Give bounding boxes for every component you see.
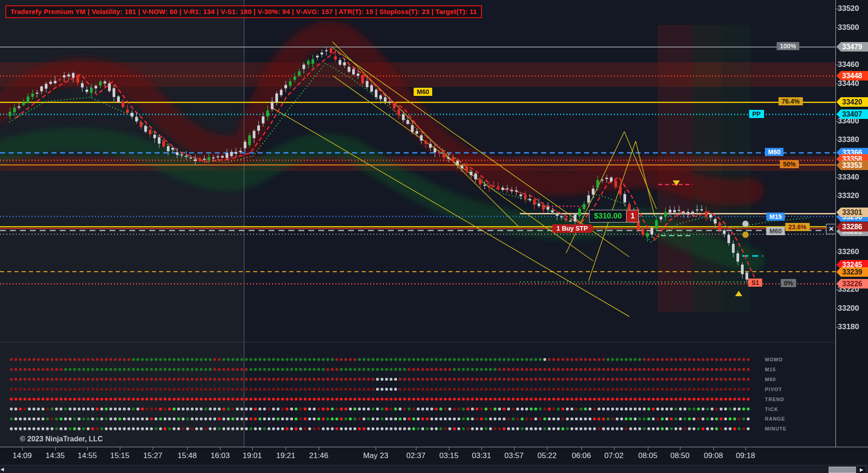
buy-stop-order-tag[interactable]: 1 Buy STP bbox=[552, 224, 595, 233]
time-axis-label: 16:03 bbox=[211, 451, 230, 460]
time-axis-label: 19:01 bbox=[243, 451, 262, 460]
time-axis-tick bbox=[22, 447, 23, 450]
time-axis-tick bbox=[252, 447, 253, 450]
time-axis-label: 06:06 bbox=[572, 451, 591, 460]
indicator-row-label: MOMO bbox=[765, 357, 783, 362]
time-axis-tick bbox=[416, 447, 416, 450]
time-axis-tick bbox=[614, 447, 614, 450]
time-axis-label: 09:18 bbox=[736, 451, 755, 460]
time-axis-label: 15:48 bbox=[178, 451, 197, 460]
indicator-row-label: RANGE bbox=[765, 416, 785, 421]
order-pnl-value: $310.00 bbox=[590, 210, 626, 222]
order-qty-value: 1 bbox=[626, 210, 638, 222]
time-axis-label: May 23 bbox=[363, 451, 388, 460]
price-axis-tick: 33500 bbox=[838, 23, 868, 32]
time-axis-tick bbox=[680, 447, 680, 450]
time-axis-label: 19:21 bbox=[276, 451, 296, 460]
price-axis-tick: 33520 bbox=[838, 4, 868, 13]
time-axis-tick bbox=[87, 447, 88, 450]
indicator-row-label: TICK bbox=[765, 407, 778, 412]
price-axis-tick: 33180 bbox=[838, 322, 868, 331]
time-axis-label: 02:37 bbox=[406, 451, 426, 460]
time-axis-label: 14:35 bbox=[46, 451, 65, 460]
price-axis-tick: 33460 bbox=[838, 60, 868, 69]
price-level-badge: 33420 bbox=[836, 97, 868, 107]
price-axis-tick: 33260 bbox=[838, 247, 868, 256]
time-axis-tick bbox=[547, 447, 547, 450]
order-pnl-box[interactable]: $310.001 bbox=[589, 210, 639, 222]
fib-50-chip: 50% bbox=[780, 160, 799, 168]
fib-76-chip: 76.4% bbox=[778, 97, 803, 105]
time-axis-tick bbox=[376, 447, 376, 450]
indicator-row-label: M15 bbox=[765, 367, 776, 372]
price-chart-canvas[interactable]: MOMOM15M60PIVOTTRENDTICKRANGEMINUTE bbox=[0, 0, 835, 447]
m60-trend-chip: M60 bbox=[414, 88, 432, 96]
time-axis-label: 03:15 bbox=[439, 451, 459, 460]
time-axis-tick bbox=[481, 447, 482, 450]
time-axis-label: 21:46 bbox=[309, 451, 329, 460]
price-level-badge: 33301 bbox=[836, 208, 868, 217]
price-level-badge: 33407 bbox=[836, 109, 868, 119]
indicator-row-label: TREND bbox=[765, 397, 784, 402]
time-axis-tick bbox=[187, 447, 188, 450]
time-axis-tick bbox=[648, 447, 648, 450]
price-level-badge: 33353 bbox=[836, 161, 868, 170]
time-axis-tick bbox=[581, 447, 582, 450]
price-level-badge: 33226 bbox=[836, 279, 868, 289]
time-axis-tick bbox=[319, 447, 319, 450]
price-axis-tick: 33380 bbox=[838, 135, 868, 144]
time-axis-label: 03:57 bbox=[505, 451, 524, 460]
time-axis-label: 03:31 bbox=[472, 451, 491, 460]
time-axis-tick bbox=[153, 447, 153, 450]
time-axis-tick bbox=[713, 447, 714, 450]
price-level-badge: 33286 bbox=[836, 222, 868, 232]
price-level-badge: 33479 bbox=[836, 42, 868, 52]
time-axis-tick bbox=[120, 447, 120, 450]
time-axis-label: 08:05 bbox=[638, 451, 658, 460]
close-order-icon[interactable]: ✕ bbox=[826, 224, 836, 234]
scroll-left-icon[interactable]: ◀ bbox=[0, 467, 4, 472]
time-zone-band bbox=[693, 25, 722, 312]
copyright-label: © 2023 NinjaTrader, LLC bbox=[20, 435, 103, 443]
time-axis-label: 14:09 bbox=[13, 451, 32, 460]
time-axis[interactable]: 14:0914:3514:5515:1515:2715:4816:0319:01… bbox=[0, 447, 868, 465]
time-axis-tick bbox=[514, 447, 514, 450]
indicator-row-label: MINUTE bbox=[765, 426, 787, 431]
fib-23-chip: 23.6% bbox=[785, 223, 810, 231]
ninjatrader-chart-window: MOMOM15M60PIVOTTRENDTICKRANGEMINUTE Trad… bbox=[0, 0, 868, 473]
time-axis-tick bbox=[286, 447, 286, 450]
price-level-badge: 33448 bbox=[836, 71, 868, 80]
price-axis-tick: 33340 bbox=[838, 173, 868, 182]
pp-chip: PP bbox=[749, 110, 764, 118]
scroll-right-icon[interactable]: ▶ bbox=[857, 466, 866, 473]
price-level-badge: 33239 bbox=[836, 267, 868, 277]
scrollbar-thumb[interactable] bbox=[829, 467, 856, 473]
m15-chip: M15 bbox=[766, 213, 785, 221]
m60-pivot-chip: M60 bbox=[765, 148, 783, 156]
time-axis-label: 09:08 bbox=[704, 451, 723, 460]
horizontal-scrollbar[interactable]: ◀ ▶ bbox=[0, 465, 868, 473]
time-axis-tick bbox=[55, 447, 56, 450]
time-axis-label: 07:02 bbox=[604, 451, 624, 460]
fib-0-chip: 0% bbox=[781, 279, 796, 287]
price-axis-tick: 33440 bbox=[838, 79, 868, 88]
time-axis-tick bbox=[745, 447, 746, 450]
indicator-row-label: M60 bbox=[765, 377, 776, 382]
strategy-info-text: Traderefy Premium YM | Volatility: 181 |… bbox=[10, 8, 477, 15]
m60-vwap-chip: M60 bbox=[766, 227, 785, 235]
indicator-row-label: PIVOT bbox=[765, 387, 782, 392]
signal-dot-marker bbox=[742, 221, 749, 227]
time-axis-label: 15:27 bbox=[143, 451, 163, 460]
signal-dot-marker bbox=[742, 232, 749, 238]
price-axis-tick: 33320 bbox=[838, 191, 868, 200]
s1-chip: S1 bbox=[748, 279, 762, 287]
strategy-info-bar: Traderefy Premium YM | Volatility: 181 |… bbox=[5, 5, 482, 18]
price-axis[interactable]: 3352033500334603344033400333803334033320… bbox=[835, 0, 868, 447]
time-axis-label: 14:55 bbox=[78, 451, 97, 460]
price-axis-tick: 33200 bbox=[838, 304, 868, 313]
time-axis-label: 15:15 bbox=[110, 451, 130, 460]
time-axis-tick bbox=[220, 447, 221, 450]
time-axis-label: 08:50 bbox=[670, 451, 690, 460]
fib-100-chip: 100% bbox=[777, 42, 799, 50]
time-axis-label: 05:22 bbox=[538, 451, 557, 460]
